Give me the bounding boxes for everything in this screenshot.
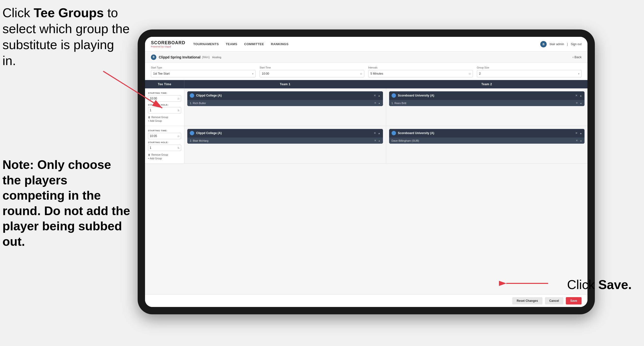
expand-icon-4[interactable]: ▲ [580, 132, 582, 135]
th-team1: Team 1 [184, 80, 386, 88]
trash-icon-2: 🗑 [148, 153, 150, 156]
hosting-tag: Hosting [212, 56, 221, 59]
group-team1-1: Clippd College (A) ✕ ▲ 1. Rich Butler [184, 88, 386, 126]
logo: SCOREBOARD Powered by clippd [151, 40, 185, 48]
nav-teams[interactable]: TEAMS [226, 41, 237, 47]
team-icon-1 [190, 93, 194, 98]
team-icon-3 [190, 131, 194, 135]
back-button[interactable]: ‹ Back [572, 55, 582, 59]
team-card-actions-3: ✕ ▲ [374, 131, 380, 135]
player-actions-4-1: ✕ ▲ [576, 139, 582, 142]
player-actions-3-1: ✕ ▲ [374, 139, 380, 142]
stepper-icon-1: ⇅ [178, 109, 180, 112]
player-row-2-1: 1. Rees Britt ✕ ▲ [389, 100, 585, 106]
click-save-text: Click Save. [567, 277, 632, 292]
group-left-2: STARTING TIME: 10:05 ⊙ STARTING HOLE: 1 … [145, 126, 184, 163]
expand-player-icon-4-1[interactable]: ▲ [580, 139, 582, 142]
logo-title: SCOREBOARD [151, 40, 185, 45]
team-card-actions-4: ✕ ▲ [575, 131, 582, 135]
chevron-down-icon: ▾ [252, 72, 254, 75]
group-size-input[interactable]: 2 ▾ [477, 70, 582, 77]
add-group-button-2[interactable]: + Add Group [148, 157, 181, 160]
expand-player-icon-2-1[interactable]: ▲ [580, 102, 582, 104]
remove-group-button-2[interactable]: 🗑 Remove Group [148, 153, 181, 156]
starting-hole-label-1: STARTING HOLE: [148, 104, 181, 106]
remove-player-icon-1-1[interactable]: ✕ [374, 101, 376, 105]
nav-right: B blair admin | Sign out [540, 41, 582, 47]
remove-player-icon-2-1[interactable]: ✕ [576, 101, 578, 105]
team-name-1: Clippd College (A) [196, 94, 374, 97]
remove-team-icon-3[interactable]: ✕ [374, 131, 376, 135]
expand-icon-1[interactable]: ▲ [378, 94, 380, 97]
group-size-field: Group Size 2 ▾ [477, 66, 582, 77]
team-card-actions-2: ✕ ▲ [575, 94, 582, 97]
save-button[interactable]: Save [566, 297, 582, 305]
expand-player-icon-1-1[interactable]: ▲ [378, 102, 380, 104]
group-row-1: STARTING TIME: 10:00 ⊙ STARTING HOLE: 1 … [145, 88, 588, 126]
player-actions-1-1: ✕ ▲ [374, 101, 380, 105]
remove-player-icon-4-1[interactable]: ✕ [576, 139, 578, 142]
player-row-1-1: 1. Rich Butler ✕ ▲ [187, 100, 383, 106]
player-name-3-1: 2. Blair McHarg [190, 139, 374, 142]
sign-out-link[interactable]: Sign out [571, 42, 582, 46]
nav-items: TOURNAMENTS TEAMS COMMITTEE RANKINGS [193, 41, 540, 47]
group-team2-2: Scoreboard University (A) ✕ ▲ Dave Billi… [386, 126, 588, 163]
start-time-field: Start Time 10:00 ⊙ [260, 66, 364, 77]
time-input-1[interactable]: 10:00 ⊙ [148, 95, 181, 102]
start-time-input[interactable]: 10:00 ⊙ [260, 70, 364, 77]
remove-team-icon-4[interactable]: ✕ [575, 131, 578, 135]
remove-team-icon-1[interactable]: ✕ [374, 94, 376, 97]
intervals-input[interactable]: 5 Minutes ⊙ [368, 70, 473, 77]
start-type-field: Start Type 1st Tee Start ▾ [151, 66, 256, 77]
nav-committee[interactable]: COMMITTEE [244, 41, 264, 47]
clock-icon-4: ⊙ [178, 135, 180, 137]
remove-team-icon-2[interactable]: ✕ [575, 94, 578, 97]
player-row-4-1: Dave Billingham (SUB) ✕ ▲ [389, 137, 585, 144]
nav-rankings[interactable]: RANKINGS [271, 41, 288, 47]
starting-hole-label-2: STARTING HOLE: [148, 141, 181, 144]
logo-subtitle: Powered by clippd [151, 45, 185, 48]
team-name-4: Scoreboard University (A) [398, 131, 576, 135]
tournament-gender: (Men) [202, 55, 210, 59]
group-row-2: STARTING TIME: 10:05 ⊙ STARTING HOLE: 1 … [145, 126, 588, 164]
subheader: B Clippd Spring Invitational (Men) Hosti… [145, 51, 588, 63]
stepper-icon-2: ⇅ [178, 147, 180, 149]
tablet-screen: SCOREBOARD Powered by clippd TOURNAMENTS… [145, 37, 588, 307]
expand-player-icon-3-1[interactable]: ▲ [378, 139, 380, 142]
settings-row: Start Type 1st Tee Start ▾ Start Time 10… [145, 63, 588, 80]
reset-changes-button[interactable]: Reset Changes [512, 297, 542, 305]
remove-group-button-1[interactable]: 🗑 Remove Group [148, 116, 181, 119]
clock-icon-2: ⊙ [469, 72, 471, 75]
player-name-1-1: 1. Rich Butler [190, 102, 374, 105]
hole-input-1[interactable]: 1 ⇅ [148, 107, 181, 113]
expand-icon-3[interactable]: ▲ [378, 132, 380, 135]
remove-player-icon-3-1[interactable]: ✕ [374, 139, 376, 142]
th-tee-time: Tee Time [145, 80, 184, 88]
trash-icon-1: 🗑 [148, 116, 150, 119]
table-header: Tee Time Team 1 Team 2 [145, 80, 588, 88]
clock-icon: ⊙ [360, 72, 362, 75]
tournament-title: Clippd Spring Invitational [159, 55, 200, 59]
chevron-down-icon-2: ▾ [578, 72, 579, 75]
group-team1-2: Clippd College (A) ✕ ▲ 2. Blair McHarg [184, 126, 386, 163]
start-type-label: Start Type [151, 66, 256, 69]
th-team2: Team 2 [386, 80, 588, 88]
player-name-4-1: Dave Billingham (SUB) [392, 139, 576, 142]
player-actions-2-1: ✕ ▲ [576, 101, 582, 105]
team-card-actions-1: ✕ ▲ [374, 94, 380, 97]
clock-icon-3: ⊙ [178, 97, 180, 100]
add-group-button-1[interactable]: + Add Group [148, 120, 181, 122]
team-card-header-2: Scoreboard University (A) ✕ ▲ [389, 91, 585, 100]
starting-time-label-2: STARTING TIME: [148, 129, 181, 132]
cancel-button[interactable]: Cancel [545, 297, 564, 305]
team-icon-4 [392, 131, 396, 135]
team-card-1: Clippd College (A) ✕ ▲ 1. Rich Butler [187, 91, 383, 106]
nav-tournaments[interactable]: TOURNAMENTS [193, 41, 219, 47]
time-input-2[interactable]: 10:05 ⊙ [148, 133, 181, 139]
expand-icon-2[interactable]: ▲ [580, 94, 582, 97]
start-type-input[interactable]: 1st Tee Start ▾ [151, 70, 256, 77]
team-card-header-1: Clippd College (A) ✕ ▲ [187, 91, 383, 100]
hole-input-2[interactable]: 1 ⇅ [148, 145, 181, 151]
group-team2-1: Scoreboard University (A) ✕ ▲ 1. Rees Br… [386, 88, 588, 126]
tournament-icon: B [151, 54, 156, 60]
